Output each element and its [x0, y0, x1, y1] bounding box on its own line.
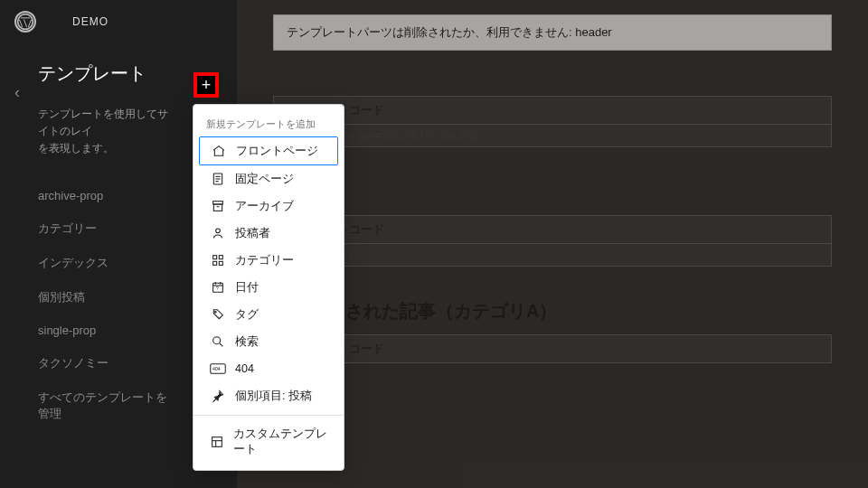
svg-text:?: ? [216, 286, 219, 291]
add-template-button[interactable]: + [193, 72, 219, 98]
menu-item-label: 日付 [235, 280, 259, 296]
menu-item-author[interactable]: 投稿者 [199, 220, 338, 247]
menu-item-label: タグ [235, 307, 259, 323]
sidebar-item[interactable]: 個別投稿 [38, 280, 175, 314]
home-icon [211, 143, 227, 159]
menu-item-category[interactable]: カテゴリー [199, 247, 338, 274]
category-icon [210, 252, 226, 268]
popup-separator [193, 415, 344, 416]
svg-rect-12 [219, 261, 222, 265]
menu-item-custom-template[interactable]: カスタムテンプレート [199, 421, 338, 463]
menu-item-archive[interactable]: アーカイブ [199, 192, 338, 220]
page-icon [210, 171, 226, 187]
menu-item-page[interactable]: 固定ページ [199, 165, 338, 192]
plus-icon: + [202, 76, 212, 95]
svg-rect-9 [213, 256, 217, 259]
author-icon [210, 225, 226, 241]
wordpress-logo-icon[interactable] [14, 11, 36, 33]
search-icon [210, 333, 226, 350]
tag-icon [210, 306, 226, 323]
svg-rect-6 [213, 204, 222, 211]
svg-point-18 [215, 312, 217, 314]
menu-item-label: カテゴリー [235, 253, 294, 268]
back-arrow-icon[interactable]: ‹ [14, 83, 20, 102]
date-icon: ? [210, 279, 226, 296]
sidebar-item[interactable]: タクソノミー [38, 346, 175, 380]
menu-item-label: 投稿者 [235, 226, 270, 241]
svg-rect-23 [212, 437, 222, 447]
menu-item-label: 検索 [235, 334, 259, 350]
sidebar-item[interactable]: すべてのテンプレートを管理 [38, 380, 175, 431]
svg-point-19 [213, 337, 221, 344]
menu-item-date[interactable]: ? 日付 [199, 274, 338, 301]
404-icon: 404 [210, 361, 226, 377]
svg-line-20 [220, 343, 222, 346]
popup-title: 新規テンプレートを追加 [193, 112, 344, 136]
svg-rect-11 [213, 261, 217, 265]
menu-item-single-post[interactable]: 個別項目: 投稿 [199, 382, 338, 409]
pin-icon [210, 388, 226, 404]
sidebar-description: テンプレートを使用してサイトのレイ を表現します。 [38, 106, 175, 158]
svg-text:404: 404 [212, 366, 221, 371]
menu-item-label: 固定ページ [235, 172, 294, 187]
sidebar-item[interactable]: archive-prop [38, 180, 175, 211]
menu-item-label: 404 [235, 362, 254, 375]
menu-item-label: 個別項目: 投稿 [235, 389, 312, 404]
sidebar-list: archive-prop カテゴリー インデックス 個別投稿 single-pr… [38, 180, 175, 431]
menu-item-label: フロントページ [236, 144, 318, 159]
menu-item-404[interactable]: 404 404 [199, 355, 338, 382]
sidebar-item[interactable]: インデックス [38, 246, 175, 280]
menu-item-tag[interactable]: タグ [199, 301, 338, 328]
sidebar-item[interactable]: single-prop [38, 314, 175, 346]
svg-point-8 [216, 229, 221, 233]
menu-item-label: カスタムテンプレート [233, 427, 327, 457]
menu-item-search[interactable]: 検索 [199, 328, 338, 355]
site-name: DEMO [72, 15, 108, 28]
svg-rect-10 [219, 256, 222, 259]
archive-icon [210, 198, 226, 214]
sidebar-title: テンプレート [38, 61, 175, 86]
custom-icon [210, 434, 224, 450]
sidebar-item[interactable]: カテゴリー [38, 211, 175, 246]
add-template-menu: 新規テンプレートを追加 フロントページ 固定ページ アーカイブ 投稿者 カテゴリ… [193, 104, 344, 471]
sidebar: ‹ テンプレート テンプレートを使用してサイトのレイ を表現します。 archi… [0, 43, 190, 431]
menu-item-front-page[interactable]: フロントページ [199, 136, 338, 165]
menu-item-label: アーカイブ [235, 199, 294, 214]
